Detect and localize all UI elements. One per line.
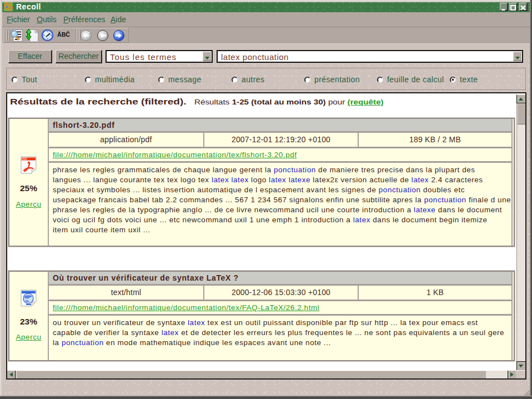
svg-text:PDF: PDF [22, 158, 27, 161]
